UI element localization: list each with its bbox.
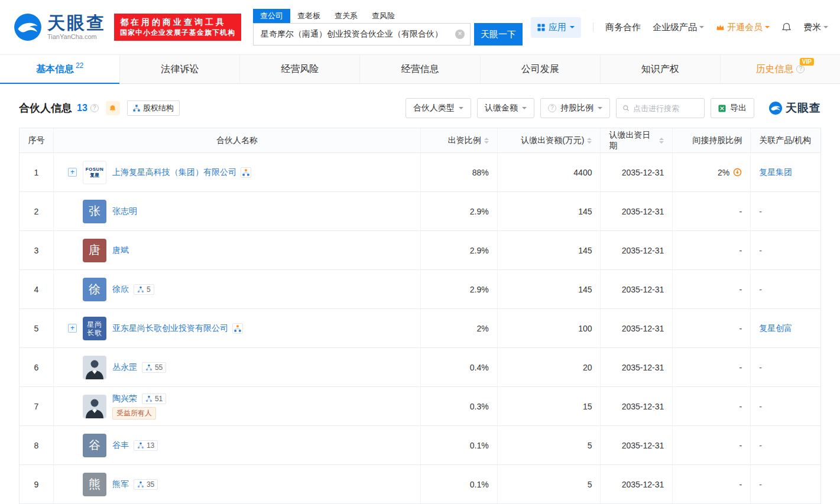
partner-avatar[interactable]: [83, 356, 106, 379]
equity-structure-icon[interactable]: [232, 323, 243, 334]
penetrate-icon[interactable]: [733, 168, 742, 177]
sort-icon[interactable]: [587, 135, 592, 146]
graph-badge[interactable]: 5: [134, 284, 154, 295]
ratio-cell: 0.4%: [421, 348, 498, 386]
sort-icon[interactable]: [659, 135, 664, 146]
indirect-cell: -: [673, 387, 751, 425]
related-cell: -: [751, 231, 820, 269]
row-number-cell: 6: [20, 348, 54, 386]
partner-avatar[interactable]: 唐: [83, 239, 106, 262]
related-product-link[interactable]: 复星集团: [759, 167, 792, 178]
graph-badge[interactable]: 35: [134, 479, 158, 490]
apps-grid-icon: [537, 24, 545, 31]
nav-open-vip[interactable]: 开通会员: [716, 22, 770, 33]
expand-button[interactable]: [68, 324, 77, 333]
logo-domain-text: TianYanCha.com: [47, 33, 106, 40]
partner-name-link[interactable]: 熊军: [112, 479, 129, 490]
graph-badge[interactable]: 55: [142, 362, 166, 373]
nav-enterprise-label: 企业级产品: [653, 22, 697, 33]
graph-icon: [137, 442, 144, 449]
export-label: 导出: [730, 103, 747, 113]
partner-name-cell: FOSUN复星 上海复星高科技（集团）有限公司: [54, 153, 421, 191]
help-icon[interactable]: [90, 104, 99, 112]
partner-avatar[interactable]: 谷: [83, 434, 106, 457]
page-tab[interactable]: 知识产权: [601, 55, 721, 83]
search-tab[interactable]: 查关系: [327, 9, 365, 23]
partner-name-link[interactable]: 上海复星高科技（集团）有限公司: [112, 167, 236, 178]
partner-avatar[interactable]: 熊: [83, 473, 106, 496]
table-row: 9 熊 熊军 35 0.1% 5: [20, 465, 820, 504]
date-value: 2035-12-31: [622, 324, 664, 333]
table-search-box[interactable]: [616, 98, 705, 118]
partner-avatar[interactable]: 徐: [83, 278, 106, 301]
search-tab[interactable]: 查老板: [290, 9, 327, 23]
related-product-link[interactable]: 复星创富: [759, 323, 792, 334]
nav-cooperation[interactable]: 商务合作: [605, 22, 641, 33]
ratio-cell: 0.1%: [421, 465, 498, 503]
partner-name-link[interactable]: 谷丰: [112, 440, 129, 451]
partner-type-label: 合伙人类型: [413, 103, 455, 113]
export-button[interactable]: 导出: [711, 98, 754, 118]
nav-enterprise[interactable]: 企业级产品: [653, 22, 704, 33]
partner-avatar[interactable]: FOSUN复星: [83, 161, 106, 184]
equity-structure-icon[interactable]: [241, 167, 251, 178]
page-tab-label: 历史信息: [755, 63, 793, 76]
slogan-banner: 都在用的商业查询工具 国家中小企业发展子基金旗下机构: [114, 14, 241, 41]
search-input[interactable]: [253, 23, 471, 45]
date-value: 2035-12-31: [622, 363, 664, 372]
table-header-label: 认缴出资额(万元): [521, 135, 584, 146]
search-tab[interactable]: 查风险: [365, 9, 402, 23]
table-header-cell: 出资比例: [421, 128, 498, 152]
help-icon[interactable]: [796, 65, 805, 73]
row-number-cell: 1: [20, 153, 54, 191]
table-search-input[interactable]: [633, 104, 698, 113]
page-tab[interactable]: 法律诉讼: [120, 55, 240, 83]
indirect-cell: -: [673, 231, 751, 269]
partner-name-link[interactable]: 亚东星尚长歌创业投资有限公司: [112, 323, 228, 334]
graph-badge[interactable]: 51: [142, 394, 166, 404]
page-tab[interactable]: 历史信息 VIP: [721, 55, 840, 83]
ratio-filter[interactable]: 持股比例: [540, 98, 610, 118]
apps-button[interactable]: 应用: [531, 17, 581, 38]
partner-name-link[interactable]: 陶兴荣: [112, 394, 137, 404]
partner-name-link[interactable]: 张志明: [112, 206, 137, 217]
clear-icon[interactable]: [455, 30, 465, 39]
amount-cell: 145: [498, 270, 601, 308]
partner-name-link[interactable]: 唐斌: [112, 245, 129, 256]
partner-name-link[interactable]: 徐欣: [112, 284, 129, 295]
expand-button[interactable]: [68, 168, 77, 177]
indirect-value: -: [739, 324, 742, 333]
graph-badge[interactable]: 13: [134, 440, 158, 451]
partner-avatar[interactable]: 星尚长歌: [83, 317, 106, 340]
partner-avatar[interactable]: [83, 395, 106, 418]
table-header-label: 关联产品/机构: [759, 135, 811, 146]
page-tab[interactable]: 经营信息: [360, 55, 480, 83]
sort-icon[interactable]: [484, 135, 489, 146]
graph-count: 13: [147, 441, 154, 450]
partner-type-filter[interactable]: 合伙人类型: [406, 98, 471, 118]
monitor-bell-icon[interactable]: [106, 101, 120, 115]
table-header-row: 序号 合伙人名称 出资比例 认缴出资额(万元) 认缴出资日期 间接持股比例 关联…: [20, 128, 820, 153]
page-tab[interactable]: 基本信息 22: [0, 55, 120, 83]
partner-avatar[interactable]: 张: [83, 200, 106, 223]
indirect-cell: -: [673, 270, 751, 308]
ratio-value: 2.9%: [470, 207, 489, 216]
tianyancha-logo[interactable]: 天眼查 TianYanCha.com: [13, 12, 106, 42]
indirect-value: 2%: [718, 168, 729, 177]
notification-bell-icon[interactable]: [781, 22, 792, 32]
search-button[interactable]: 天眼一下: [474, 23, 523, 45]
beneficial-owner-tag: 受益所有人: [112, 407, 156, 420]
table-header-cell: 合伙人名称: [54, 128, 421, 152]
nav-user[interactable]: 费米: [803, 22, 828, 33]
equity-structure-icon: [133, 105, 140, 112]
page-tab-label: 知识产权: [641, 63, 679, 76]
ratio-cell: 2.9%: [421, 231, 498, 269]
indirect-value: -: [739, 246, 742, 255]
search-tab[interactable]: 查公司: [253, 9, 290, 23]
equity-structure-button[interactable]: 股权结构: [127, 100, 180, 116]
partner-name-link[interactable]: 丛永罡: [112, 362, 137, 373]
page-tab[interactable]: 公司发展: [481, 55, 601, 83]
page-tab[interactable]: 经营风险: [240, 55, 360, 83]
row-number-cell: 8: [20, 426, 54, 464]
amount-filter[interactable]: 认缴金额: [477, 98, 534, 118]
